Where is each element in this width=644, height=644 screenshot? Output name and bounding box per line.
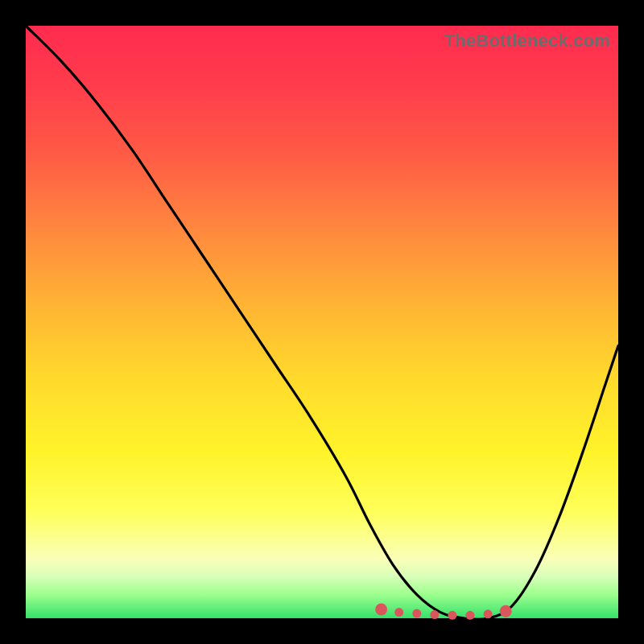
chart-svg (26, 26, 618, 618)
valley-marker (430, 610, 439, 619)
chart-plot-area: TheBottleneck.com (26, 26, 618, 618)
valley-marker (412, 609, 421, 618)
bottleneck-curve-line (26, 26, 618, 620)
valley-marker (375, 604, 387, 616)
valley-marker (466, 611, 475, 620)
valley-marker (500, 605, 512, 617)
chart-frame: TheBottleneck.com (0, 0, 644, 644)
valley-marker (484, 609, 493, 618)
valley-marker (448, 611, 456, 620)
valley-marker (394, 608, 403, 617)
